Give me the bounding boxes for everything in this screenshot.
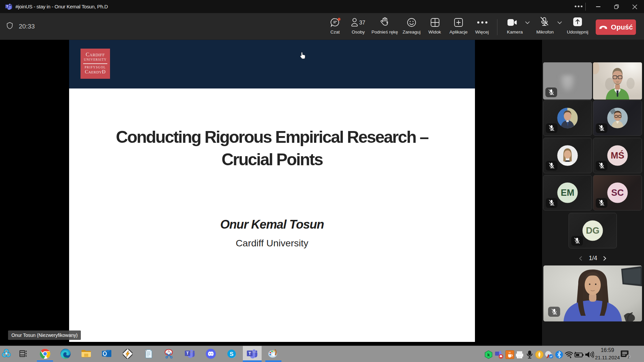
svg-text:k: k [487,352,490,357]
svg-text:T: T [6,5,8,8]
svg-text:T: T [186,351,189,356]
svg-text:T: T [249,351,251,356]
svg-text:S: S [229,351,233,357]
svg-text:2: 2 [628,355,630,359]
